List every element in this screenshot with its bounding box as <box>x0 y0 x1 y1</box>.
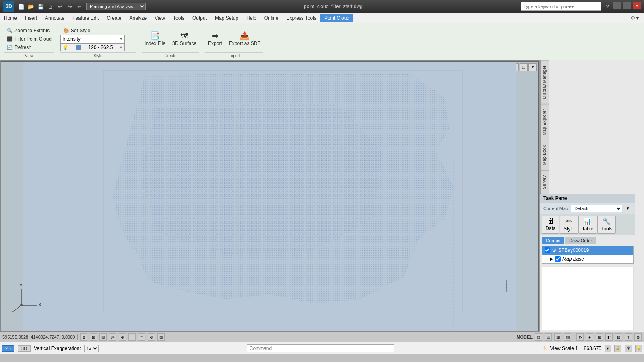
menu-analyze[interactable]: Analyze <box>125 14 151 22</box>
filter-point-cloud-button[interactable]: ⬛ Filter Point Cloud <box>4 35 54 43</box>
bottom-bar: 595155.0828, 4140024.7247, 0.0000 ⊕ ⊞ ⊟ … <box>0 332 644 342</box>
menu-view[interactable]: View <box>151 14 169 22</box>
qp-icon[interactable]: ⊙ <box>148 333 155 341</box>
help-button[interactable]: ? <box>603 2 612 11</box>
groups-tab[interactable]: Groups <box>542 237 564 244</box>
canvas-area[interactable]: ─ □ ✕ <box>1 61 539 331</box>
menubar: Home Insert Annotate Feature Edit Create… <box>0 13 644 23</box>
menu-extra[interactable]: ⚙▼ <box>627 14 644 22</box>
refresh-button[interactable]: 🔄 Refresh <box>4 43 54 51</box>
lineweight-icon[interactable]: ≡ <box>138 333 145 341</box>
minimize-button[interactable]: ─ <box>613 2 621 9</box>
sun-icon[interactable]: ☀ <box>625 345 632 352</box>
set-style-button[interactable]: 🎨 Set Style <box>60 27 136 35</box>
sfbay-checkbox[interactable] <box>545 247 550 253</box>
menu-home[interactable]: Home <box>0 14 21 22</box>
warning-icon: ⚠ <box>542 345 547 351</box>
dyn-icon[interactable]: ✛ <box>128 333 136 341</box>
layer-item-sfbay[interactable]: ⚙ SFBay000019 <box>542 246 633 255</box>
zoom-extents-button[interactable]: 🔍 Zoom to Extents <box>4 27 54 35</box>
index-file-button[interactable]: 📑 Index File <box>142 30 168 48</box>
surface-3d-button[interactable]: 🗺 3D Surface <box>169 30 199 48</box>
data-tab[interactable]: 🗄 Data <box>542 216 559 234</box>
draw-order-tab[interactable]: Draw Order <box>565 237 596 244</box>
layer-item-mapbase[interactable]: ▶ Map Base <box>542 255 633 263</box>
redo-button[interactable]: ↪ <box>65 2 74 11</box>
menu-output[interactable]: Output <box>188 14 211 22</box>
survey-tab[interactable]: Survey <box>541 170 549 194</box>
style-tab[interactable]: ✏ Style <box>560 216 578 234</box>
osnap-icon[interactable]: ⊕ <box>119 333 126 341</box>
settings5-icon[interactable]: ⊟ <box>615 333 622 341</box>
lock-icon[interactable]: 🔒 <box>614 345 621 352</box>
style-col: 🎨 Set Style Intensity ▼ 💡 120 - 262.5 ▼ <box>60 27 136 51</box>
menu-insert[interactable]: Insert <box>21 14 41 22</box>
menu-tools[interactable]: Tools <box>169 14 188 22</box>
export-sdf-button[interactable]: 📤 Export as SDF <box>226 30 263 48</box>
window-controls: ? ─ □ ✕ <box>521 2 641 11</box>
open-button[interactable]: 📂 <box>27 2 35 11</box>
close-button[interactable]: ✕ <box>633 2 641 9</box>
save-button[interactable]: 💾 <box>36 2 45 11</box>
task-pane-header: Task Pane <box>540 194 635 203</box>
settings3-icon[interactable]: ⊞ <box>596 333 603 341</box>
polar-icon[interactable]: ◎ <box>109 333 116 341</box>
menu-express-tools[interactable]: Express Tools <box>282 14 320 22</box>
current-map-row: Current Map: Default ▼ <box>540 203 635 214</box>
project-dropdown[interactable]: Planning and Analysis... <box>86 3 146 10</box>
table-tab[interactable]: 📊 Table <box>578 216 597 234</box>
layout1-icon[interactable]: □ <box>535 333 542 341</box>
settings4-icon[interactable]: ◧ <box>605 333 613 341</box>
command-input[interactable] <box>247 344 394 352</box>
layout3-icon[interactable]: ▦ <box>554 333 561 341</box>
range-dropdown[interactable]: 💡 120 - 262.5 ▼ <box>60 43 125 51</box>
settings1-icon[interactable]: ⚙ <box>576 333 584 341</box>
axis-svg: X Y <box>9 281 41 313</box>
menu-create[interactable]: Create <box>103 14 125 22</box>
bulb-icon[interactable]: 💡 <box>635 345 642 352</box>
light-icon: 💡 <box>62 45 68 50</box>
tools-tab[interactable]: 🔧 Tools <box>597 216 616 234</box>
settings7-icon[interactable]: ⊕ <box>634 333 642 341</box>
mapbase-checkbox[interactable] <box>555 256 561 262</box>
current-map-dropdown[interactable]: ▼ <box>624 205 632 212</box>
range-caret: ▼ <box>119 45 123 49</box>
undo-button[interactable]: ↩ <box>56 2 64 11</box>
print-button[interactable]: 🖨 <box>46 2 55 11</box>
new-button[interactable]: 📄 <box>17 2 26 11</box>
3d-button[interactable]: 3D <box>18 345 31 352</box>
ribbon: 🔍 Zoom to Extents ⬛ Filter Point Cloud 🔄… <box>0 23 644 60</box>
main-area: ─ □ ✕ <box>0 60 644 332</box>
menu-help[interactable]: Help <box>242 14 260 22</box>
ortho-icon[interactable]: ⊟ <box>99 333 107 341</box>
intensity-dropdown[interactable]: Intensity ▼ <box>60 35 125 43</box>
view-scale-dropdown[interactable]: ▼ <box>605 345 611 352</box>
menu-point-cloud[interactable]: Point Cloud <box>320 14 353 22</box>
snap-icon[interactable]: ⊕ <box>80 333 87 341</box>
grid-icon[interactable]: ⊞ <box>90 333 97 341</box>
settings2-icon[interactable]: ◈ <box>586 333 593 341</box>
search-input[interactable] <box>521 2 601 11</box>
layout4-icon[interactable]: ▥ <box>564 333 571 341</box>
settings6-icon[interactable]: ◫ <box>625 333 632 341</box>
menu-annotate[interactable]: Annotate <box>41 14 68 22</box>
export-button[interactable]: ➡ Export <box>205 30 225 48</box>
map-book-tab[interactable]: Map Book <box>541 140 549 170</box>
expand-icon[interactable]: ▶ <box>550 257 553 261</box>
undo2-button[interactable]: ↩ <box>75 2 84 11</box>
menu-online[interactable]: Online <box>260 14 283 22</box>
side-panel: Display Manager Map Explorer Map Book Su… <box>539 60 644 332</box>
svg-point-17 <box>12 311 14 312</box>
layout2-icon[interactable]: ▤ <box>545 333 552 341</box>
restore-button[interactable]: □ <box>623 2 631 9</box>
map-explorer-tab[interactable]: Map Explorer <box>541 104 549 140</box>
sc-icon[interactable]: ⊠ <box>157 333 165 341</box>
display-manager-tab[interactable]: Display Manager <box>541 60 549 104</box>
current-map-select[interactable]: Default <box>571 205 622 212</box>
menu-map-setup[interactable]: Map Setup <box>211 14 242 22</box>
style-buttons: 🎨 Set Style Intensity ▼ 💡 120 - 262.5 ▼ <box>60 26 136 52</box>
vert-exag-select[interactable]: 1x <box>84 345 99 352</box>
crosshair-svg <box>500 279 514 293</box>
2d-button[interactable]: 2D <box>2 345 14 352</box>
menu-feature-edit[interactable]: Feature Edit <box>68 14 103 22</box>
